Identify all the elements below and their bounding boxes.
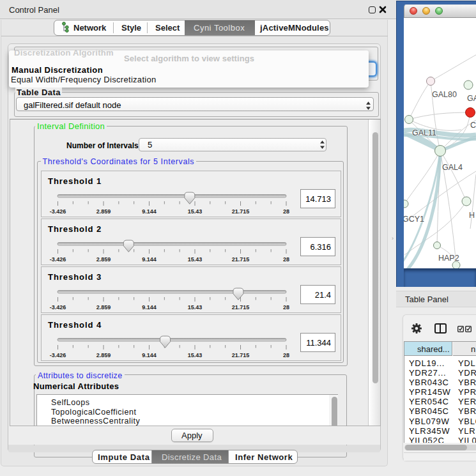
svg-text:H: H bbox=[469, 211, 475, 220]
svg-text:GA: GA bbox=[467, 94, 476, 103]
svg-text:HAP2: HAP2 bbox=[438, 254, 459, 263]
svg-text:C: C bbox=[470, 121, 476, 130]
svg-text:GAL80: GAL80 bbox=[432, 90, 457, 99]
svg-text:GCY1: GCY1 bbox=[404, 215, 424, 224]
svg-text:GAL4: GAL4 bbox=[442, 163, 463, 172]
svg-text:GAL11: GAL11 bbox=[412, 128, 436, 137]
